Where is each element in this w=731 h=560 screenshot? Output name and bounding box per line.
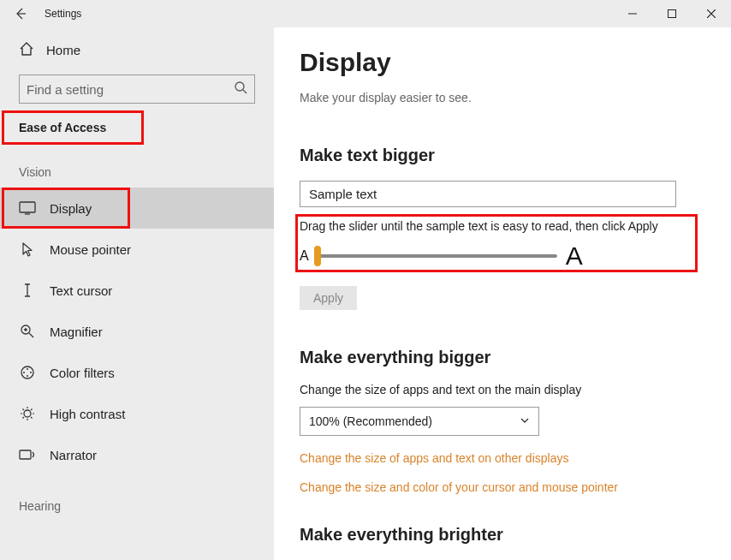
nav-label: Magnifier	[50, 325, 103, 339]
nav-item-mouse-pointer[interactable]: Mouse pointer	[0, 229, 274, 270]
cursor-icon	[19, 241, 36, 258]
scale-select-value: 100% (Recommended)	[309, 414, 432, 428]
nav-label: Color filters	[50, 366, 115, 380]
home-icon	[19, 41, 34, 59]
svg-rect-2	[20, 202, 35, 212]
narrator-icon	[19, 446, 36, 463]
svg-point-5	[27, 368, 28, 370]
section-text-bigger-heading: Make text bigger	[300, 146, 697, 165]
sidebar: Home Ease of Access Vision Display	[0, 27, 274, 560]
nav-label: Display	[50, 201, 92, 216]
text-size-slider-row: A A	[300, 241, 697, 271]
titlebar: Settings	[0, 0, 731, 27]
minimize-button[interactable]	[613, 0, 652, 27]
slider-thumb[interactable]	[314, 246, 321, 266]
search-icon	[234, 80, 247, 98]
svg-point-6	[30, 372, 32, 373]
scale-select[interactable]: 100% (Recommended)	[300, 407, 539, 436]
page-subtitle: Make your display easier to see.	[300, 91, 697, 104]
close-button[interactable]	[692, 0, 731, 27]
display-icon	[19, 200, 36, 217]
nav-label: Mouse pointer	[50, 242, 131, 257]
window-title: Settings	[41, 8, 81, 20]
section-brighter-heading: Make everything brighter	[300, 525, 697, 545]
nav-label: High contrast	[50, 407, 125, 421]
back-button[interactable]	[0, 7, 41, 21]
nav-item-display[interactable]: Display	[0, 188, 274, 229]
nav-item-magnifier[interactable]: Magnifier	[0, 311, 274, 352]
high-contrast-icon	[19, 405, 36, 422]
svg-rect-10	[20, 450, 31, 459]
main-content: Display Make your display easier to see.…	[274, 27, 731, 560]
slider-min-label: A	[300, 248, 309, 264]
nav-item-narrator[interactable]: Narrator	[0, 434, 274, 475]
sample-text-box: Sample text	[300, 181, 676, 207]
everything-bigger-body: Change the size of apps and text on the …	[300, 383, 697, 396]
nav-label: Text cursor	[50, 283, 112, 298]
page-title: Display	[300, 48, 697, 77]
nav-item-text-cursor[interactable]: Text cursor	[0, 270, 274, 311]
link-cursor-settings[interactable]: Change the size and color of your cursor…	[300, 480, 697, 494]
apply-button[interactable]: Apply	[300, 286, 357, 310]
home-label: Home	[46, 43, 80, 57]
color-filters-icon	[19, 364, 36, 381]
svg-point-8	[23, 372, 25, 373]
magnifier-icon	[19, 323, 36, 340]
svg-rect-0	[669, 10, 676, 18]
search-box[interactable]	[19, 74, 255, 104]
svg-point-7	[27, 375, 28, 377]
section-everything-bigger-heading: Make everything bigger	[300, 348, 697, 367]
slider-max-label: A	[566, 241, 583, 271]
nav-label: Narrator	[50, 448, 97, 462]
slider-help-text: Drag the slider until the sample text is…	[300, 219, 697, 233]
group-heading-vision: Vision	[0, 152, 274, 188]
text-size-slider[interactable]	[318, 254, 557, 258]
maximize-button[interactable]	[652, 0, 692, 27]
category-heading: Ease of Access	[0, 112, 274, 143]
svg-point-9	[24, 410, 31, 417]
link-other-displays[interactable]: Change the size of apps and text on othe…	[300, 451, 697, 465]
text-cursor-icon	[19, 282, 36, 299]
nav-item-color-filters[interactable]: Color filters	[0, 352, 274, 393]
svg-point-1	[235, 82, 244, 91]
nav-item-high-contrast[interactable]: High contrast	[0, 393, 274, 434]
search-input[interactable]	[27, 82, 234, 97]
chevron-down-icon	[520, 414, 530, 428]
group-heading-hearing: Hearing	[0, 475, 274, 521]
home-link[interactable]: Home	[0, 34, 274, 66]
